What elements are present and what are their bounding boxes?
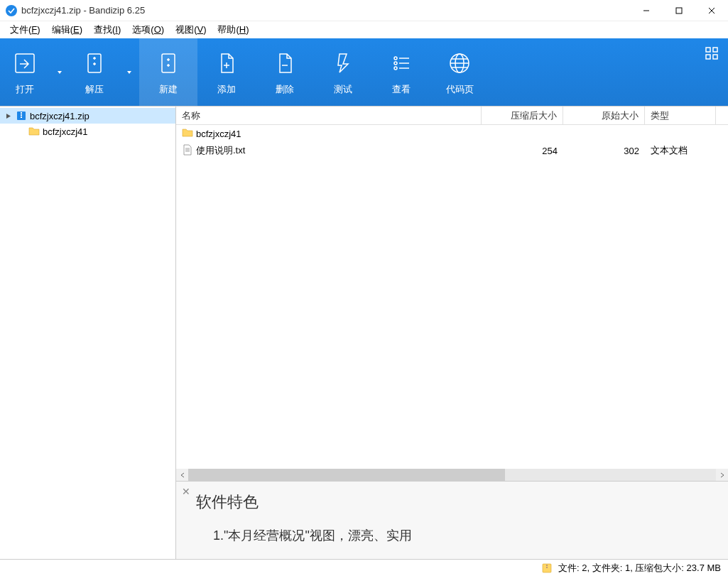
text-file-icon [182, 144, 193, 158]
add-button[interactable]: 添加 [197, 38, 256, 106]
menu-file[interactable]: 文件(F) [6, 22, 45, 38]
view-button[interactable]: 查看 [372, 38, 430, 106]
folder-icon [28, 126, 40, 137]
toolbar: 打开 解压 新建 添加 删除 [0, 38, 728, 106]
svg-rect-24 [21, 114, 22, 116]
tree-root-label: bcfzjxczj41.zip [30, 111, 89, 121]
svg-rect-21 [713, 55, 717, 59]
preview-close-icon[interactable]: ✕ [182, 486, 190, 497]
new-button[interactable]: 新建 [139, 38, 197, 106]
preview-title: 软件特色 [196, 491, 708, 513]
svg-rect-31 [546, 567, 548, 568]
status-text: 文件: 2, 文件夹: 1, 压缩包大小: 23.7 MB [558, 562, 721, 575]
delete-button[interactable]: 删除 [256, 38, 314, 106]
list-body[interactable]: bcfzjxczj41 使用说明.txt 254 302 文本文档 [176, 125, 728, 469]
tree-child[interactable]: bcfzjxczj41 [0, 124, 175, 139]
menu-edit[interactable]: 编辑(E) [48, 22, 87, 38]
extract-dropdown[interactable] [119, 38, 139, 106]
preview-panel: ✕ 软件特色 1."本月经营概况"视图，漂亮、实用 [176, 481, 728, 559]
codepage-button[interactable]: 代码页 [430, 38, 489, 106]
archive-status-icon [541, 563, 553, 574]
file-list: 名称 压缩后大小 原始大小 类型 bcfzjxczj41 [176, 107, 728, 481]
col-type[interactable]: 类型 [645, 107, 716, 124]
menu-find[interactable]: 查找(I) [89, 22, 125, 38]
row-compressed: 254 [482, 146, 563, 156]
tree-root[interactable]: bcfzjxczj41.zip [0, 108, 175, 124]
list-header: 名称 压缩后大小 原始大小 类型 [176, 107, 728, 125]
titlebar: bcfzjxczj41.zip - Bandizip 6.25 [0, 0, 728, 21]
tree-child-label: bcfzjxczj41 [43, 126, 88, 137]
content-area: bcfzjxczj41.zip bcfzjxczj41 名称 压缩后大小 原始大… [0, 106, 728, 559]
collapse-icon[interactable] [4, 113, 13, 119]
svg-rect-25 [21, 116, 22, 118]
svg-rect-4 [16, 54, 34, 72]
codepage-icon [445, 49, 474, 77]
new-icon [154, 49, 183, 77]
layout-grid-button[interactable] [705, 47, 718, 62]
svg-rect-30 [546, 565, 548, 566]
maximize-button[interactable] [663, 0, 695, 21]
row-name: 使用说明.txt [196, 144, 245, 157]
test-icon [329, 49, 357, 77]
menu-view[interactable]: 视图(V) [171, 22, 210, 38]
open-icon [11, 49, 39, 77]
svg-rect-19 [713, 48, 717, 52]
col-compressed[interactable]: 压缩后大小 [482, 107, 563, 124]
svg-rect-6 [162, 54, 175, 72]
col-original[interactable]: 原始大小 [563, 107, 645, 124]
svg-point-11 [394, 67, 397, 70]
svg-rect-18 [706, 48, 710, 52]
test-button[interactable]: 测试 [314, 38, 372, 106]
app-icon [6, 5, 17, 16]
extract-icon [80, 49, 109, 77]
menu-help[interactable]: 帮助(H) [213, 22, 253, 38]
open-dropdown[interactable] [50, 38, 70, 106]
tree-panel[interactable]: bcfzjxczj41.zip bcfzjxczj41 [0, 107, 176, 559]
menubar: 文件(F) 编辑(E) 查找(I) 选项(O) 视图(V) 帮助(H) [0, 21, 728, 38]
row-name: bcfzjxczj41 [196, 129, 241, 139]
horizontal-scrollbar[interactable] [176, 469, 728, 481]
list-panel: 名称 压缩后大小 原始大小 类型 bcfzjxczj41 [176, 107, 728, 559]
svg-rect-20 [706, 55, 710, 59]
svg-point-7 [394, 57, 397, 60]
window-controls [630, 0, 728, 21]
view-icon [387, 49, 415, 77]
add-icon [212, 49, 241, 77]
row-type: 文本文档 [645, 144, 716, 157]
zip-icon [16, 110, 27, 121]
minimize-button[interactable] [630, 0, 663, 21]
window-title: bcfzjxczj41.zip - Bandizip 6.25 [21, 5, 630, 16]
statusbar: 文件: 2, 文件夹: 1, 压缩包大小: 23.7 MB [0, 559, 728, 576]
open-button[interactable]: 打开 [0, 38, 50, 106]
delete-icon [271, 49, 299, 77]
extract-button[interactable]: 解压 [70, 38, 119, 106]
col-name[interactable]: 名称 [176, 107, 482, 124]
svg-point-9 [394, 62, 397, 65]
preview-body: 1."本月经营概况"视图，漂亮、实用 [196, 527, 708, 544]
folder-icon [182, 127, 193, 141]
scroll-left-icon[interactable] [176, 469, 188, 481]
scroll-right-icon[interactable] [716, 469, 728, 481]
menu-option[interactable]: 选项(O) [128, 22, 168, 38]
list-row[interactable]: bcfzjxczj41 [176, 125, 728, 142]
svg-rect-1 [676, 8, 682, 13]
close-button[interactable] [695, 0, 728, 21]
svg-rect-23 [21, 112, 22, 114]
list-row[interactable]: 使用说明.txt 254 302 文本文档 [176, 142, 728, 159]
row-original: 302 [563, 146, 645, 156]
